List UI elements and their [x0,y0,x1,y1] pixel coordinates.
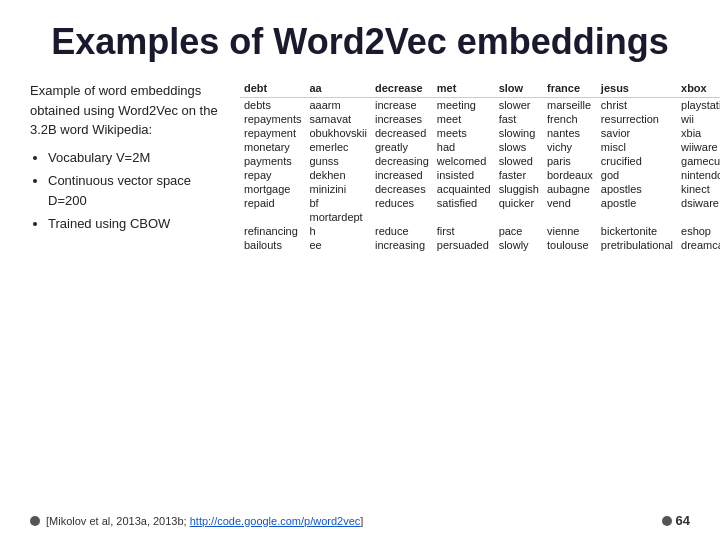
table-cell: insisted [433,168,495,182]
table-cell: slowing [495,126,543,140]
table-cell: marseille [543,98,597,113]
table-header: decrease [371,81,433,98]
table-header: slow [495,81,543,98]
table-cell: welcomed [433,154,495,168]
table-cell: repay [240,168,305,182]
page-dot [662,516,672,526]
table-cell: kinect [677,182,720,196]
table-cell: satisfied [433,196,495,210]
table-row: monetaryemerlecgreatlyhadslowsvichymiscl… [240,140,720,154]
table-header: france [543,81,597,98]
table-cell: christ [597,98,677,113]
footer: [Mikolov et al, 2013a, 2013b; http://cod… [0,513,720,528]
table-cell: vend [543,196,597,210]
table-cell: repaid [240,196,305,210]
footer-dot [30,516,40,526]
table-cell: persuaded [433,238,495,252]
table-cell: minizini [305,182,370,196]
table-cell: aubagne [543,182,597,196]
table-cell: had [433,140,495,154]
table-cell: pretribulational [597,238,677,252]
table-cell: resurrection [597,112,677,126]
table-cell: eshop [677,224,720,238]
table-cell: god [597,168,677,182]
table-header: xbox [677,81,720,98]
bullet-vocabulary: Vocabulary V=2M [48,148,230,168]
table-row: paymentsgunssdecreasingwelcomedslowedpar… [240,154,720,168]
table-row: mortgageminizinidecreasesacquaintedslugg… [240,182,720,196]
table-row: refinancinghreducefirstpaceviennebickert… [240,224,720,238]
citation-link[interactable]: http://code.google.com/p/word2vec [190,515,361,527]
table-cell: vichy [543,140,597,154]
table-cell: paris [543,154,597,168]
table-cell: greatly [371,140,433,154]
table-cell: playstation [677,98,720,113]
table-cell: increased [371,168,433,182]
bullet-trained: Trained using CBOW [48,214,230,234]
table-row: repaydekhenincreasedinsistedfasterbordea… [240,168,720,182]
table-cell: toulouse [543,238,597,252]
table-cell: bailouts [240,238,305,252]
table-header: aa [305,81,370,98]
table-row: debtsaaarmincreasemeetingslowermarseille… [240,98,720,113]
table-cell [597,210,677,224]
table-cell: dekhen [305,168,370,182]
table-cell: mortardept [305,210,370,224]
table-cell: meeting [433,98,495,113]
bullet-continuous: Continuous vector space D=200 [48,171,230,210]
table-cell: french [543,112,597,126]
table-cell: emerlec [305,140,370,154]
citation: [Mikolov et al, 2013a, 2013b; http://cod… [46,515,363,527]
table-cell: nantes [543,126,597,140]
table-cell: vienne [543,224,597,238]
table-cell: debts [240,98,305,113]
table-cell: mortgage [240,182,305,196]
table-cell: ee [305,238,370,252]
table-cell: wiiware [677,140,720,154]
example-description: Example of word embeddings obtained usin… [30,81,230,140]
table-cell: gamecube [677,154,720,168]
table-cell: gunss [305,154,370,168]
table-cell: wii [677,112,720,126]
table-cell: reduce [371,224,433,238]
table-cell [433,210,495,224]
table-cell: xbia [677,126,720,140]
table-header: met [433,81,495,98]
table-cell: obukhovskii [305,126,370,140]
slide-title: Examples of Word2Vec embeddings [30,20,690,63]
table-cell: bf [305,196,370,210]
table-cell: bickertonite [597,224,677,238]
bullet-list: Vocabulary V=2M Continuous vector space … [30,148,230,234]
right-panel: debtaadecreasemetslowfrancejesusxboxdebt… [240,81,720,252]
table-cell: decreasing [371,154,433,168]
table-cell: savior [597,126,677,140]
table-cell: repayments [240,112,305,126]
table-cell: repayment [240,126,305,140]
table-cell: meet [433,112,495,126]
table-cell: slowed [495,154,543,168]
table-cell: slowly [495,238,543,252]
table-row: repaymentobukhovskiidecreasedmeetsslowin… [240,126,720,140]
table-header: debt [240,81,305,98]
table-header: jesus [597,81,677,98]
table-cell: first [433,224,495,238]
table-cell: apostles [597,182,677,196]
slide: Examples of Word2Vec embeddings Example … [0,0,720,540]
table-cell: pace [495,224,543,238]
table-cell: acquainted [433,182,495,196]
table-cell: fast [495,112,543,126]
table-cell: faster [495,168,543,182]
table-cell: slower [495,98,543,113]
word-table: debtaadecreasemetslowfrancejesusxboxdebt… [240,81,720,252]
table-cell: decreased [371,126,433,140]
table-cell: increases [371,112,433,126]
table-cell: bordeaux [543,168,597,182]
table-cell [495,210,543,224]
page-number: 64 [662,513,690,528]
footer-left: [Mikolov et al, 2013a, 2013b; http://cod… [30,515,363,527]
table-cell: crucified [597,154,677,168]
table-cell: quicker [495,196,543,210]
table-cell [240,210,305,224]
table-cell: refinancing [240,224,305,238]
table-cell: increase [371,98,433,113]
